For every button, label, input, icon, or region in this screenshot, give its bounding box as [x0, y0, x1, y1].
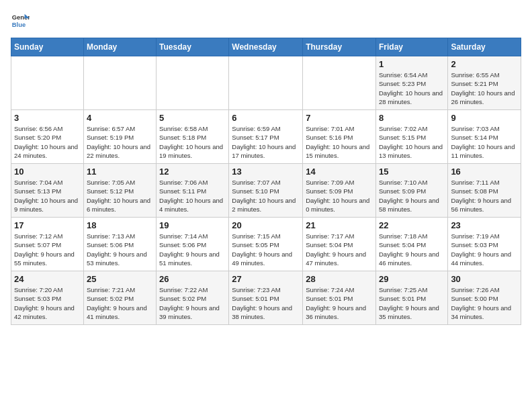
day-info: Sunrise: 6:56 AM Sunset: 5:20 PM Dayligh…: [14, 124, 81, 160]
day-number: 9: [451, 113, 518, 123]
calendar-cell: 15Sunrise: 7:10 AM Sunset: 5:09 PM Dayli…: [375, 164, 447, 218]
day-number: 24: [14, 274, 81, 284]
calendar-cell: 14Sunrise: 7:09 AM Sunset: 5:09 PM Dayli…: [303, 164, 376, 218]
day-number: 30: [451, 274, 518, 284]
day-number: 23: [451, 220, 518, 230]
calendar-table: SundayMondayTuesdayWednesdayThursdayFrid…: [11, 38, 521, 325]
day-info: Sunrise: 7:11 AM Sunset: 5:08 PM Dayligh…: [451, 178, 518, 214]
calendar-cell: 27Sunrise: 7:23 AM Sunset: 5:01 PM Dayli…: [229, 271, 303, 325]
calendar-cell: 25Sunrise: 7:21 AM Sunset: 5:02 PM Dayli…: [83, 271, 156, 325]
day-number: 13: [232, 167, 300, 177]
day-info: Sunrise: 7:15 AM Sunset: 5:05 PM Dayligh…: [232, 232, 300, 267]
day-info: Sunrise: 7:14 AM Sunset: 5:06 PM Dayligh…: [159, 232, 226, 267]
day-number: 16: [451, 167, 518, 177]
day-info: Sunrise: 6:58 AM Sunset: 5:18 PM Dayligh…: [159, 124, 226, 160]
day-info: Sunrise: 7:21 AM Sunset: 5:02 PM Dayligh…: [87, 285, 153, 321]
header-monday: Monday: [83, 38, 156, 56]
day-number: 17: [14, 220, 81, 230]
calendar-cell: 20Sunrise: 7:15 AM Sunset: 5:05 PM Dayli…: [229, 218, 303, 271]
calendar-cell: 17Sunrise: 7:12 AM Sunset: 5:07 PM Dayli…: [11, 218, 84, 271]
day-info: Sunrise: 7:24 AM Sunset: 5:01 PM Dayligh…: [306, 285, 373, 321]
day-info: Sunrise: 6:59 AM Sunset: 5:17 PM Dayligh…: [232, 124, 300, 160]
calendar-cell: 5Sunrise: 6:58 AM Sunset: 5:18 PM Daylig…: [157, 110, 229, 164]
header-wednesday: Wednesday: [229, 38, 303, 56]
day-info: Sunrise: 7:23 AM Sunset: 5:01 PM Dayligh…: [232, 285, 300, 321]
day-number: 2: [451, 59, 518, 69]
calendar-cell: 19Sunrise: 7:14 AM Sunset: 5:06 PM Dayli…: [157, 218, 229, 271]
day-number: 20: [232, 220, 300, 230]
day-info: Sunrise: 7:05 AM Sunset: 5:12 PM Dayligh…: [87, 178, 153, 214]
calendar-cell: 22Sunrise: 7:18 AM Sunset: 5:04 PM Dayli…: [375, 218, 447, 271]
calendar-cell: 24Sunrise: 7:20 AM Sunset: 5:03 PM Dayli…: [11, 271, 84, 325]
day-number: 18: [87, 220, 153, 230]
calendar-cell: 26Sunrise: 7:22 AM Sunset: 5:02 PM Dayli…: [157, 271, 229, 325]
header-thursday: Thursday: [303, 38, 376, 56]
day-number: 6: [232, 113, 300, 123]
svg-text:Blue: Blue: [12, 21, 26, 28]
day-info: Sunrise: 7:13 AM Sunset: 5:06 PM Dayligh…: [87, 232, 153, 267]
header-saturday: Saturday: [448, 38, 521, 56]
calendar-header-row: SundayMondayTuesdayWednesdayThursdayFrid…: [11, 38, 521, 56]
calendar-cell: [11, 56, 84, 110]
day-info: Sunrise: 7:02 AM Sunset: 5:15 PM Dayligh…: [379, 124, 445, 160]
calendar-week-row: 3Sunrise: 6:56 AM Sunset: 5:20 PM Daylig…: [11, 110, 521, 164]
day-number: 22: [379, 220, 445, 230]
calendar-cell: 6Sunrise: 6:59 AM Sunset: 5:17 PM Daylig…: [229, 110, 303, 164]
day-number: 11: [87, 167, 153, 177]
calendar-cell: [229, 56, 303, 110]
day-info: Sunrise: 7:25 AM Sunset: 5:01 PM Dayligh…: [379, 285, 445, 321]
day-number: 7: [306, 113, 373, 123]
header-tuesday: Tuesday: [157, 38, 229, 56]
calendar-cell: [83, 56, 156, 110]
day-number: 28: [306, 274, 373, 284]
day-number: 8: [379, 113, 445, 123]
day-number: 27: [232, 274, 300, 284]
calendar-week-row: 10Sunrise: 7:04 AM Sunset: 5:13 PM Dayli…: [11, 164, 521, 218]
calendar-week-row: 1Sunrise: 6:54 AM Sunset: 5:23 PM Daylig…: [11, 56, 521, 110]
day-info: Sunrise: 7:06 AM Sunset: 5:11 PM Dayligh…: [159, 178, 226, 214]
day-info: Sunrise: 7:01 AM Sunset: 5:16 PM Dayligh…: [306, 124, 373, 160]
day-number: 5: [159, 113, 226, 123]
calendar-cell: [157, 56, 229, 110]
calendar-cell: 2Sunrise: 6:55 AM Sunset: 5:21 PM Daylig…: [448, 56, 521, 110]
day-info: Sunrise: 6:54 AM Sunset: 5:23 PM Dayligh…: [379, 71, 445, 106]
day-info: Sunrise: 6:57 AM Sunset: 5:19 PM Dayligh…: [87, 124, 153, 160]
day-number: 10: [14, 167, 81, 177]
day-number: 19: [159, 220, 226, 230]
day-info: Sunrise: 7:04 AM Sunset: 5:13 PM Dayligh…: [14, 178, 81, 214]
day-number: 29: [379, 274, 445, 284]
header-sunday: Sunday: [11, 38, 84, 56]
calendar-cell: 1Sunrise: 6:54 AM Sunset: 5:23 PM Daylig…: [375, 56, 447, 110]
calendar-cell: 23Sunrise: 7:19 AM Sunset: 5:03 PM Dayli…: [448, 218, 521, 271]
calendar-cell: 4Sunrise: 6:57 AM Sunset: 5:19 PM Daylig…: [83, 110, 156, 164]
day-number: 15: [379, 167, 445, 177]
page-header: General Blue: [11, 11, 521, 30]
day-info: Sunrise: 7:07 AM Sunset: 5:10 PM Dayligh…: [232, 178, 300, 214]
logo-icon: General Blue: [11, 11, 30, 30]
calendar-cell: 8Sunrise: 7:02 AM Sunset: 5:15 PM Daylig…: [375, 110, 447, 164]
day-info: Sunrise: 7:10 AM Sunset: 5:09 PM Dayligh…: [379, 178, 445, 214]
calendar-cell: 7Sunrise: 7:01 AM Sunset: 5:16 PM Daylig…: [303, 110, 376, 164]
day-info: Sunrise: 7:17 AM Sunset: 5:04 PM Dayligh…: [306, 232, 373, 267]
day-number: 14: [306, 167, 373, 177]
day-info: Sunrise: 7:22 AM Sunset: 5:02 PM Dayligh…: [159, 285, 226, 321]
calendar-cell: 30Sunrise: 7:26 AM Sunset: 5:00 PM Dayli…: [448, 271, 521, 325]
day-info: Sunrise: 7:18 AM Sunset: 5:04 PM Dayligh…: [379, 232, 445, 267]
calendar-cell: 12Sunrise: 7:06 AM Sunset: 5:11 PM Dayli…: [157, 164, 229, 218]
day-info: Sunrise: 7:20 AM Sunset: 5:03 PM Dayligh…: [14, 285, 81, 321]
calendar-cell: [303, 56, 376, 110]
day-info: Sunrise: 7:09 AM Sunset: 5:09 PM Dayligh…: [306, 178, 373, 214]
day-number: 4: [87, 113, 153, 123]
calendar-cell: 16Sunrise: 7:11 AM Sunset: 5:08 PM Dayli…: [448, 164, 521, 218]
header-friday: Friday: [375, 38, 447, 56]
day-info: Sunrise: 7:19 AM Sunset: 5:03 PM Dayligh…: [451, 232, 518, 267]
day-number: 3: [14, 113, 81, 123]
calendar-cell: 18Sunrise: 7:13 AM Sunset: 5:06 PM Dayli…: [83, 218, 156, 271]
calendar-cell: 21Sunrise: 7:17 AM Sunset: 5:04 PM Dayli…: [303, 218, 376, 271]
calendar-cell: 3Sunrise: 6:56 AM Sunset: 5:20 PM Daylig…: [11, 110, 84, 164]
calendar-week-row: 24Sunrise: 7:20 AM Sunset: 5:03 PM Dayli…: [11, 271, 521, 325]
day-number: 25: [87, 274, 153, 284]
calendar-cell: 9Sunrise: 7:03 AM Sunset: 5:14 PM Daylig…: [448, 110, 521, 164]
calendar-week-row: 17Sunrise: 7:12 AM Sunset: 5:07 PM Dayli…: [11, 218, 521, 271]
calendar-cell: 10Sunrise: 7:04 AM Sunset: 5:13 PM Dayli…: [11, 164, 84, 218]
